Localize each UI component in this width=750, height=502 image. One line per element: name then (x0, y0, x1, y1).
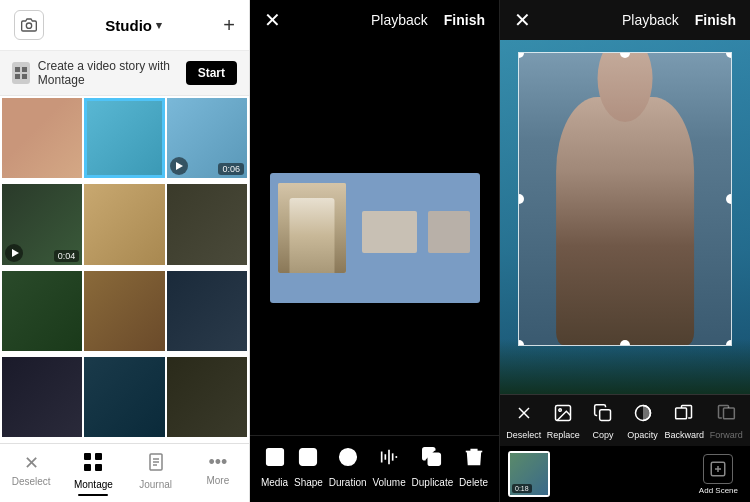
foliage-overlay (500, 339, 750, 394)
grid-cell[interactable] (84, 98, 164, 178)
svg-rect-8 (95, 464, 102, 471)
journal-icon (146, 452, 166, 477)
footer-tab-journal[interactable]: Journal (125, 450, 187, 500)
action-backward[interactable]: Backward (665, 403, 705, 440)
action-deselect-label: Deselect (506, 430, 541, 440)
volume-icon (378, 446, 400, 473)
panel-editor: ✕ Playback Finish (250, 0, 500, 502)
grid-cell[interactable] (167, 184, 247, 264)
footer-tab-label: Journal (139, 479, 172, 490)
montage-banner-left: Create a video story with Montage (12, 59, 186, 87)
panel3-actions: Deselect Replace Copy (500, 394, 750, 446)
action-opacity[interactable]: Opacity (625, 403, 660, 440)
panel3-finish-button[interactable]: Finish (695, 12, 736, 28)
toolbar-shape[interactable]: Shape (294, 446, 323, 488)
footer-tab-label: Deselect (12, 476, 51, 487)
footer-tab-label: Montage (74, 479, 113, 490)
toolbar-delete[interactable]: Delete (459, 446, 488, 488)
grid-cell[interactable] (2, 271, 82, 351)
toolbar-media[interactable]: Media (261, 446, 288, 488)
panel2-header: ✕ Playback Finish (250, 0, 499, 40)
footer-tab-label: More (206, 475, 229, 486)
deselect-icon (514, 403, 534, 427)
duplicate-icon (421, 446, 443, 473)
grid-cell[interactable] (167, 271, 247, 351)
studio-button[interactable]: Studio ▾ (105, 17, 162, 34)
action-forward[interactable]: Forward (709, 403, 744, 440)
toolbar-duration[interactable]: Duration (329, 446, 367, 488)
panel-scene-editor: ✕ Playback Finish (500, 0, 750, 502)
backward-icon (674, 403, 694, 427)
grid-cell[interactable] (2, 98, 82, 178)
finish-button[interactable]: Finish (444, 12, 485, 28)
panel3-playback-button[interactable]: Playback (622, 12, 679, 28)
close-button[interactable]: ✕ (264, 10, 281, 30)
grid-cell[interactable] (84, 271, 164, 351)
resize-handle-bm[interactable] (620, 340, 630, 346)
panel3-header-actions: Playback Finish (622, 12, 736, 28)
play-icon (170, 157, 188, 175)
montage-banner: Create a video story with Montage Start (0, 51, 249, 96)
svg-rect-2 (22, 67, 27, 72)
add-scene-button[interactable]: Add Scene (695, 454, 742, 495)
toolbar-shape-label: Shape (294, 477, 323, 488)
photo-grid: 0:06 0:04 (0, 96, 249, 443)
photo-frame[interactable] (518, 52, 732, 346)
forward-icon (716, 403, 736, 427)
studio-label: Studio (105, 17, 152, 34)
footer-tab-montage[interactable]: Montage (62, 450, 124, 500)
action-copy-label: Copy (592, 430, 613, 440)
grid-cell[interactable]: 0:04 (2, 184, 82, 264)
action-replace[interactable]: Replace (546, 403, 581, 440)
deselect-icon: ✕ (24, 452, 39, 474)
header-actions: Playback Finish (371, 12, 485, 28)
action-replace-label: Replace (547, 430, 580, 440)
panel1-header: Studio ▾ + (0, 0, 249, 51)
montage-icon (12, 62, 30, 84)
replace-icon (553, 403, 573, 427)
panel3-close-button[interactable]: ✕ (514, 10, 531, 30)
camera-icon[interactable] (14, 10, 44, 40)
toolbar-duplicate[interactable]: Duplicate (412, 446, 454, 488)
svg-point-26 (559, 409, 562, 412)
footer-tab-deselect[interactable]: ✕ Deselect (0, 450, 62, 500)
action-deselect[interactable]: Deselect (506, 403, 541, 440)
shape-icon (297, 446, 319, 473)
grid-cell[interactable] (84, 184, 164, 264)
collage-photo-3 (428, 211, 470, 253)
video-duration-badge: 0:06 (218, 163, 244, 175)
media-icon (264, 446, 286, 473)
svg-rect-27 (600, 410, 611, 421)
footer-tab-more[interactable]: ••• More (187, 450, 249, 500)
toolbar-volume[interactable]: Volume (372, 446, 405, 488)
filmstrip-thumb[interactable]: 0:18 (508, 451, 550, 497)
montage-tab-icon (83, 452, 103, 477)
panel2-toolbar: Media Shape Duration (250, 435, 499, 502)
play-icon (5, 244, 23, 262)
svg-rect-30 (724, 408, 735, 419)
copy-icon (593, 403, 613, 427)
start-button[interactable]: Start (186, 61, 237, 85)
grid-cell[interactable] (2, 357, 82, 437)
svg-point-14 (270, 452, 273, 455)
svg-rect-5 (84, 453, 91, 460)
panel3-header: ✕ Playback Finish (500, 0, 750, 40)
grid-cell[interactable] (84, 357, 164, 437)
grid-cell[interactable]: 0:06 (167, 98, 247, 178)
more-icon: ••• (208, 452, 227, 473)
resize-handle-br[interactable] (726, 340, 732, 346)
panel1-footer: ✕ Deselect Montage (0, 443, 249, 502)
svg-point-0 (26, 23, 31, 28)
person-figure (556, 97, 694, 345)
svg-rect-6 (95, 453, 102, 460)
action-copy[interactable]: Copy (585, 403, 620, 440)
add-button[interactable]: + (223, 14, 235, 37)
toolbar-duplicate-label: Duplicate (412, 477, 454, 488)
resize-handle-mr[interactable] (726, 194, 732, 204)
grid-cell[interactable] (167, 357, 247, 437)
collage-photo-1 (278, 183, 346, 273)
delete-icon (463, 446, 485, 473)
toolbar-volume-label: Volume (372, 477, 405, 488)
playback-button[interactable]: Playback (371, 12, 428, 28)
portrait-photo (519, 53, 731, 345)
